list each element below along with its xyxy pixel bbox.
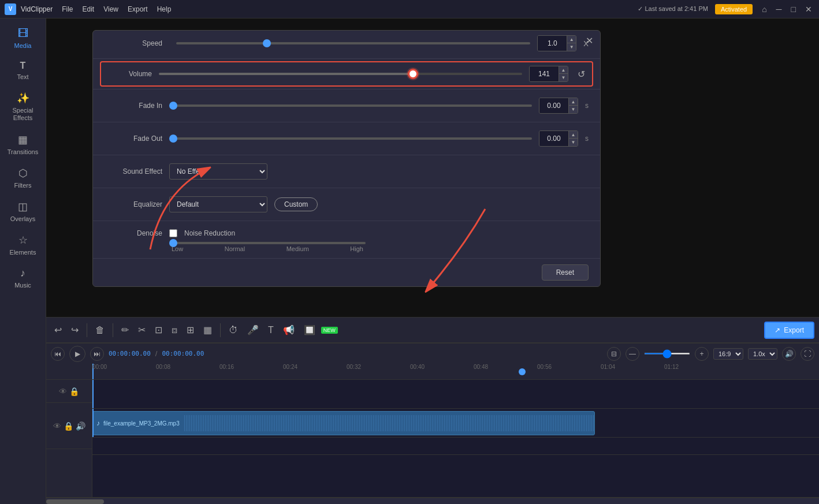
fade-out-input[interactable] xyxy=(539,131,568,146)
fade-out-slider[interactable] xyxy=(169,137,532,140)
video-track-label: 👁 🔒 xyxy=(46,380,92,403)
aspect-ratio-select[interactable]: 16:9 9:16 1:1 xyxy=(713,348,743,360)
undo-button[interactable]: ↩ xyxy=(51,322,65,338)
volume-input[interactable] xyxy=(530,66,559,81)
menu-view[interactable]: View xyxy=(103,5,118,13)
fade-in-spin-down[interactable]: ▼ xyxy=(568,106,578,113)
fade-out-label: Fade Out xyxy=(105,135,162,143)
volume-reset-icon[interactable]: ↺ xyxy=(575,66,587,82)
lock-icon[interactable]: 🔒 xyxy=(69,387,79,396)
audio-volume-icon[interactable]: 🔊 xyxy=(76,421,85,431)
audio-eye-icon[interactable]: 👁 xyxy=(53,421,61,431)
zoom-out-button[interactable]: — xyxy=(626,347,639,361)
sidebar-label-transitions: Transitions xyxy=(8,148,38,155)
dialog-close-button[interactable]: ✕ xyxy=(586,35,593,46)
speed-spin-down[interactable]: ▼ xyxy=(567,43,576,51)
speed-input[interactable] xyxy=(538,36,567,51)
timeline-tracks: 👁 🔒 👁 🔒 🔊 xyxy=(46,380,819,497)
skip-forward-button[interactable]: ⏭ xyxy=(90,347,104,361)
volume-spin-up[interactable]: ▲ xyxy=(559,66,568,74)
menu-help[interactable]: Help xyxy=(157,5,172,13)
crop-button[interactable]: ✂ xyxy=(135,322,149,338)
delete-button[interactable]: 🗑 xyxy=(92,323,108,338)
mic-button[interactable]: 🎤 xyxy=(244,322,262,338)
speed-slider[interactable] xyxy=(176,42,530,44)
trim-button[interactable]: ⊡ xyxy=(151,322,166,338)
fade-out-spin-down[interactable]: ▼ xyxy=(568,139,578,146)
audio-lock-icon[interactable]: 🔒 xyxy=(64,421,73,431)
bar-chart-button[interactable]: ▦ xyxy=(200,322,215,338)
export-button[interactable]: ↗ Export xyxy=(764,322,814,339)
sidebar-item-overlays[interactable]: ◫ Overlays xyxy=(2,196,44,227)
fullscreen-button[interactable]: ⛶ xyxy=(801,347,814,361)
denoise-header: Denoise Noise Reduction xyxy=(105,229,589,237)
zoom-in-button[interactable]: + xyxy=(695,347,709,361)
audio-track-label: 👁 🔒 🔊 xyxy=(46,403,92,449)
sidebar-item-text[interactable]: T Text xyxy=(2,56,44,85)
mark-7: 00:56 xyxy=(537,364,552,370)
sticker-button[interactable]: 🔲 xyxy=(300,322,319,338)
scrollbar-thumb[interactable] xyxy=(46,499,104,504)
denoise-slider[interactable] xyxy=(169,242,366,244)
sidebar-item-filters[interactable]: ⬡ Filters xyxy=(2,162,44,193)
audio-clip[interactable]: ♪ file_example_MP3_2MG.mp3 xyxy=(92,411,595,435)
sidebar-item-music[interactable]: ♪ Music xyxy=(2,263,44,293)
speed-select[interactable]: 1.0x 1.5x 2.0x xyxy=(748,348,777,360)
home-icon[interactable]: ⌂ xyxy=(760,5,769,14)
mark-9: 01:12 xyxy=(664,364,679,370)
fade-in-spin-up[interactable]: ▲ xyxy=(568,98,578,106)
sidebar-item-special-effects[interactable]: ✨ Special Effects xyxy=(2,87,44,126)
mark-3: 00:24 xyxy=(283,364,297,370)
audio-settings-dialog: ✕ Speed ▲ ▼ xyxy=(92,30,601,287)
timeline-scrollbar[interactable] xyxy=(46,497,819,504)
redo-button[interactable]: ↪ xyxy=(68,322,82,338)
activated-button[interactable]: Activated xyxy=(715,4,753,14)
reset-button[interactable]: Reset xyxy=(542,264,589,281)
fade-out-spin-up[interactable]: ▲ xyxy=(568,131,578,139)
sidebar-item-media[interactable]: 🎞 Media xyxy=(2,23,44,54)
eye-icon[interactable]: 👁 xyxy=(59,387,67,396)
minimize-icon[interactable]: ─ xyxy=(774,5,784,14)
window-controls: ⌂ ─ □ ✕ xyxy=(760,5,814,14)
divider-2 xyxy=(113,323,113,337)
volume-button[interactable]: 🔊 xyxy=(782,347,796,361)
sidebar-label-special-effects: Special Effects xyxy=(5,107,42,122)
sidebar-item-elements[interactable]: ☆ Elements xyxy=(2,229,44,260)
close-icon[interactable]: ✕ xyxy=(803,5,814,14)
zoom-slider[interactable] xyxy=(644,353,690,354)
volume-slider[interactable] xyxy=(159,73,522,75)
maximize-icon[interactable]: □ xyxy=(789,5,798,14)
video-playhead xyxy=(92,380,94,408)
fade-out-spinner: ▲ ▼ xyxy=(568,131,578,146)
timeline-area: ⏮ ▶ ⏭ 00:00:00.00 / 00:00:00.00 ⊟ — + 16… xyxy=(46,342,819,504)
volume-spin-down[interactable]: ▼ xyxy=(559,74,568,81)
edit-button[interactable]: ✏ xyxy=(118,322,132,338)
volume-row: Volume ▲ ▼ ↺ xyxy=(100,61,593,87)
fade-in-input[interactable] xyxy=(539,98,568,113)
skip-back-button[interactable]: ⏮ xyxy=(51,347,65,361)
speed-spin-up[interactable]: ▲ xyxy=(567,36,576,43)
fade-in-slider[interactable] xyxy=(169,104,532,107)
dialog-scroll[interactable]: Speed ▲ ▼ X xyxy=(93,31,600,286)
noise-reduction-checkbox[interactable] xyxy=(169,229,177,237)
timer-button[interactable]: ⏱ xyxy=(225,323,241,338)
equalizer-select[interactable]: Default Bass Boost Treble Boost Flat xyxy=(169,196,267,212)
play-button[interactable]: ▶ xyxy=(69,346,85,362)
sidebar-item-transitions[interactable]: ▦ Transitions xyxy=(2,129,44,160)
sound-effect-select[interactable]: No Effect Echo Reverb Robot xyxy=(169,163,267,180)
layout-button[interactable]: ⊟ xyxy=(607,347,621,361)
menu-edit[interactable]: Edit xyxy=(83,5,95,13)
split-button[interactable]: ⧈ xyxy=(168,323,181,338)
current-time: 00:00:00.00 xyxy=(109,350,151,357)
mark-5: 00:40 xyxy=(410,364,425,370)
voice-button[interactable]: 📢 xyxy=(280,322,298,338)
text-button[interactable]: T xyxy=(265,323,277,338)
sidebar-label-music: Music xyxy=(14,282,31,289)
equalizer-custom-button[interactable]: Custom xyxy=(274,197,318,211)
menu-file[interactable]: File xyxy=(62,5,73,13)
fade-out-unit: s xyxy=(585,135,589,143)
menu-export[interactable]: Export xyxy=(128,5,148,13)
bottom-toolbar: ↩ ↪ 🗑 ✏ ✂ ⊡ ⧈ ⊞ ▦ ⏱ 🎤 T 📢 🔲 NEW ↗ Export xyxy=(46,317,819,342)
speed-button[interactable]: ⊞ xyxy=(183,322,198,338)
content-area: ✕ Speed ▲ ▼ xyxy=(46,18,819,504)
